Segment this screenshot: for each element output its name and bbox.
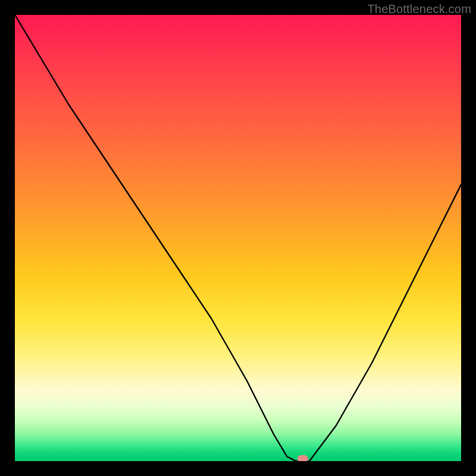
plot-area <box>15 15 461 461</box>
watermark-text: TheBottleneck.com <box>367 2 471 16</box>
optimal-marker <box>298 455 308 461</box>
bottleneck-curve <box>15 15 461 461</box>
curve-path <box>15 15 461 461</box>
chart-stage: TheBottleneck.com <box>0 0 476 476</box>
